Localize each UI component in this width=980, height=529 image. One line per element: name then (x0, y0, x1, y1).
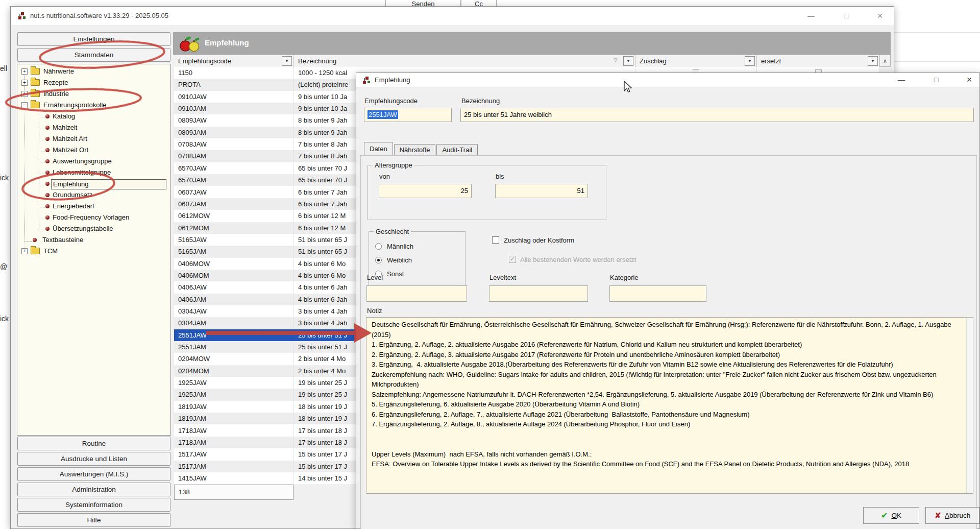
cell-empfehlungscode: 0612MOW (174, 210, 294, 222)
notiz-textarea[interactable]: Deutsche Gesellschaft für Ernährung, Öst… (366, 317, 973, 494)
tree-item-bersetzungstabelle[interactable]: Übersetzungstabelle (17, 223, 169, 234)
notiz-label: Notiz (367, 307, 382, 315)
tree-item-grundumsatz[interactable]: Grundumsatz (17, 189, 169, 201)
geschlecht-legend: Geschlecht (374, 228, 411, 235)
tree-item-textbausteine[interactable]: Textbausteine (17, 234, 169, 246)
sidebar-button-hilfe[interactable]: Hilfe (17, 513, 170, 527)
tree-connector (39, 219, 44, 219)
cell-empfehlungscode: 0406JAW (174, 281, 294, 293)
zuschlag-checkbox[interactable] (492, 236, 499, 244)
empfehlungscode-input[interactable]: 2551JAW (364, 108, 452, 122)
cell-empfehlungscode: 0406JAM (174, 294, 294, 305)
tree-item-lebensmittelgruppe[interactable]: Lebensmittelgruppe (17, 167, 169, 178)
maximize-icon[interactable]: □ (839, 10, 854, 21)
tab-audit-trail[interactable]: Audit-Trail (436, 144, 478, 155)
sidebar-button-administration[interactable]: Administration (17, 483, 170, 496)
sidebar-button-systeminformation[interactable]: Systeminformation (17, 498, 170, 512)
sidebar-button-stammdaten[interactable]: Stammdaten (17, 48, 170, 62)
tree-connector (39, 174, 44, 174)
bis-input[interactable]: 51 (495, 184, 588, 198)
tree-item-label: Lebensmittelgruppe (51, 168, 112, 177)
tree-item-industrie[interactable]: +Industrie (17, 88, 169, 100)
expand-icon[interactable]: + (21, 91, 28, 97)
folder-icon (31, 90, 40, 97)
cell-empfehlungscode: 5165JAM (174, 246, 294, 257)
expand-icon[interactable]: + (21, 68, 28, 75)
cell-empfehlungscode: 1925JAW (174, 377, 294, 389)
collapse-icon[interactable]: − (21, 102, 28, 108)
tree-item-mahlzeit[interactable]: Mahlzeit (17, 122, 169, 133)
cancel-x-icon: ✘ (935, 511, 941, 520)
level-input[interactable] (366, 285, 467, 302)
bezeichnung-input[interactable]: 25 bis unter 51 Jahre weiblich (460, 108, 974, 122)
tree-item-tcm[interactable]: +TCM (17, 246, 169, 257)
sidebar-button-auswertungen-m-i-s[interactable]: Auswertungen (M.I.S.) (17, 467, 170, 481)
bullet-icon (45, 193, 50, 197)
tree-item-auswertungsgruppe[interactable]: Auswertungsgruppe (17, 156, 169, 167)
kategorie-combobox[interactable] (609, 285, 706, 302)
level-label: Level (367, 274, 383, 281)
main-window-titlebar[interactable]: nut.s nutritional.software v1.33.29 - 20… (11, 7, 894, 25)
werte-ersetzt-checkbox (509, 256, 516, 263)
ok-button[interactable]: ✔ OK (863, 507, 919, 524)
expand-icon[interactable]: + (21, 248, 28, 254)
radio-weiblich[interactable] (375, 257, 382, 263)
sidebar-button-routine[interactable]: Routine (17, 437, 170, 450)
tree-item-label: Auswertungsgruppe (51, 157, 113, 166)
tree-item-empfehlung[interactable]: Empfehlung (17, 178, 169, 189)
cell-empfehlungscode: 6570JAM (174, 174, 294, 186)
cell-empfehlungscode: 1718JAM (174, 437, 294, 448)
abbruch-button-label: Abbruch (945, 512, 970, 519)
column-header-bezeichnung[interactable]: Bezeichnung (294, 55, 635, 67)
altersgruppe-legend: Altersgruppe (373, 161, 414, 169)
column-filter-dropdown-icon[interactable]: ▼ (745, 56, 755, 66)
dialog-minimize-icon[interactable]: — (894, 74, 909, 85)
close-icon[interactable]: ✕ (872, 10, 888, 21)
leveltext-input[interactable] (489, 285, 588, 302)
tree-item-katalog[interactable]: Katalog (17, 111, 169, 122)
column-header-ersetzt[interactable]: ersetzt (757, 55, 880, 67)
tree-item-label: Katalog (51, 112, 77, 121)
radio-m-nnlich[interactable] (375, 243, 382, 250)
column-header-empfehlungscode[interactable]: Empfehlungscode (174, 55, 294, 67)
tree-connector (39, 162, 44, 163)
column-filter-dropdown-icon[interactable]: ▼ (282, 56, 292, 66)
tree-item-mahlzeit-ort[interactable]: Mahlzeit Ort (17, 145, 169, 156)
dialog-close-icon[interactable]: ✕ (962, 74, 977, 85)
tree-item-food-frequency-vorlagen[interactable]: Food-Frequency Vorlagen (17, 212, 169, 223)
tree-item-mahlzeit-art[interactable]: Mahlzeit Art (17, 133, 169, 145)
radio-label-weiblich: Weiblich (387, 256, 412, 264)
von-input[interactable]: 25 (379, 184, 472, 198)
minimize-icon[interactable]: — (803, 10, 819, 21)
sidebar-button-ausdrucke-und-listen[interactable]: Ausdrucke und Listen (17, 452, 170, 466)
tab-n-hrstoffe[interactable]: Nährstoffe (394, 144, 436, 155)
apples-icon (178, 34, 202, 53)
sidebar-button-einstellungen[interactable]: Einstellungen (17, 32, 170, 46)
tree-item-label: Grundumsatz (51, 190, 94, 200)
abbruch-button[interactable]: ✘ Abbruch (925, 507, 979, 524)
zuschlag-checkbox-label: Zuschlag oder Kostform (504, 236, 574, 244)
tree-item-ern-hrungsprotokolle[interactable]: −Ernährungsprotokolle (17, 100, 169, 111)
content-header-bar: Empfehlung (173, 32, 891, 55)
filter-funnel-icon[interactable]: ▽ (614, 57, 618, 63)
background-row-divider (894, 32, 980, 33)
ok-check-icon: ✔ (881, 511, 888, 520)
cell-empfehlungscode: 0708JAM (174, 150, 294, 162)
tree-item-label: Industrie (42, 89, 70, 99)
tree-connector (39, 196, 44, 197)
tree-item-label: Mahlzeit Ort (51, 146, 90, 155)
column-filter-dropdown-icon[interactable]: ▼ (868, 56, 878, 66)
scrollbar-up-icon[interactable]: ∧ (879, 55, 891, 67)
notiz-scrollbar[interactable] (966, 318, 973, 493)
tree-item-rezepte[interactable]: +Rezepte (17, 77, 169, 88)
tree-item-n-hrwerte[interactable]: +Nährwerte (17, 66, 169, 77)
expand-icon[interactable]: + (21, 80, 28, 86)
tab-daten[interactable]: Daten (364, 142, 393, 155)
dialog-titlebar[interactable]: Empfehlung — □ ✕ (356, 73, 979, 87)
column-header-zuschlag[interactable]: Zuschlag (635, 55, 757, 67)
tree-item-label: Mahlzeit Art (51, 134, 89, 143)
tree-item-energiebedarf[interactable]: Energiebedarf (17, 201, 169, 212)
column-filter-dropdown-icon[interactable]: ▼ (623, 56, 633, 66)
bullet-icon (45, 159, 50, 163)
dialog-maximize-icon[interactable]: □ (928, 74, 944, 85)
